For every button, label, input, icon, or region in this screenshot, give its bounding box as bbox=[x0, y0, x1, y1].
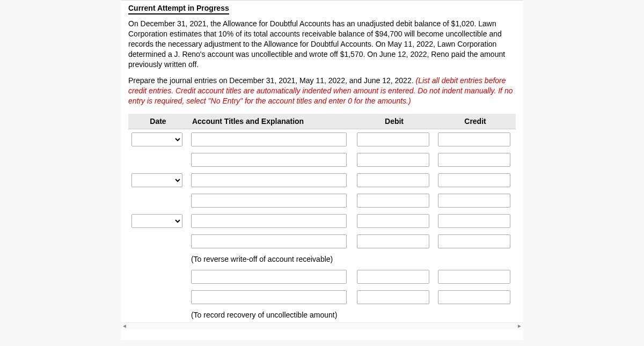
header-account: Account Titles and Explanation bbox=[188, 114, 354, 129]
table-row bbox=[128, 267, 516, 287]
account-input[interactable] bbox=[191, 270, 347, 284]
debit-input[interactable] bbox=[357, 270, 429, 284]
table-row: (To reverse write-off of account receiva… bbox=[128, 252, 516, 267]
account-input[interactable] bbox=[191, 290, 347, 304]
debit-input[interactable] bbox=[357, 173, 429, 187]
table-row bbox=[128, 211, 516, 231]
account-input[interactable] bbox=[191, 214, 347, 228]
account-input[interactable] bbox=[191, 132, 347, 146]
instruction-text: Prepare the journal entries on December … bbox=[128, 76, 516, 106]
date-select[interactable] bbox=[131, 173, 182, 187]
table-row: (To record recovery of uncollectible amo… bbox=[128, 307, 516, 322]
table-header-row: Date Account Titles and Explanation Debi… bbox=[128, 114, 516, 129]
header-debit: Debit bbox=[354, 114, 435, 129]
debit-input[interactable] bbox=[357, 153, 429, 167]
table-row bbox=[128, 231, 516, 252]
table-row bbox=[128, 129, 516, 150]
debit-input[interactable] bbox=[357, 234, 429, 248]
debit-input[interactable] bbox=[357, 290, 429, 304]
table-row bbox=[128, 190, 516, 211]
account-input[interactable] bbox=[191, 153, 347, 167]
account-input[interactable] bbox=[191, 234, 347, 248]
chevron-right-icon: ► bbox=[517, 323, 522, 329]
table-row bbox=[128, 287, 516, 307]
debit-input[interactable] bbox=[357, 194, 429, 208]
journal-entry-table: Date Account Titles and Explanation Debi… bbox=[128, 114, 516, 322]
credit-input[interactable] bbox=[438, 173, 510, 187]
credit-input[interactable] bbox=[438, 234, 510, 248]
explanation-reverse: (To reverse write-off of account receiva… bbox=[188, 252, 354, 267]
question-body: On December 31, 2021, the Allowance for … bbox=[128, 19, 516, 69]
table-row bbox=[128, 150, 516, 170]
instruction-black: Prepare the journal entries on December … bbox=[128, 76, 415, 85]
chevron-left-icon: ◄ bbox=[122, 323, 127, 329]
credit-input[interactable] bbox=[438, 290, 510, 304]
section-title: Current Attempt in Progress bbox=[128, 1, 229, 14]
horizontal-scrollbar[interactable]: ◄ ► bbox=[121, 322, 523, 329]
date-select[interactable] bbox=[131, 132, 182, 146]
account-input[interactable] bbox=[191, 194, 347, 208]
table-row bbox=[128, 170, 516, 190]
account-input[interactable] bbox=[191, 173, 347, 187]
explanation-recovery: (To record recovery of uncollectible amo… bbox=[188, 307, 354, 322]
credit-input[interactable] bbox=[438, 214, 510, 228]
header-date: Date bbox=[128, 114, 188, 129]
credit-input[interactable] bbox=[438, 132, 510, 146]
header-credit: Credit bbox=[435, 114, 516, 129]
debit-input[interactable] bbox=[357, 132, 429, 146]
credit-input[interactable] bbox=[438, 153, 510, 167]
date-select[interactable] bbox=[131, 214, 182, 228]
credit-input[interactable] bbox=[438, 270, 510, 284]
debit-input[interactable] bbox=[357, 214, 429, 228]
credit-input[interactable] bbox=[438, 194, 510, 208]
